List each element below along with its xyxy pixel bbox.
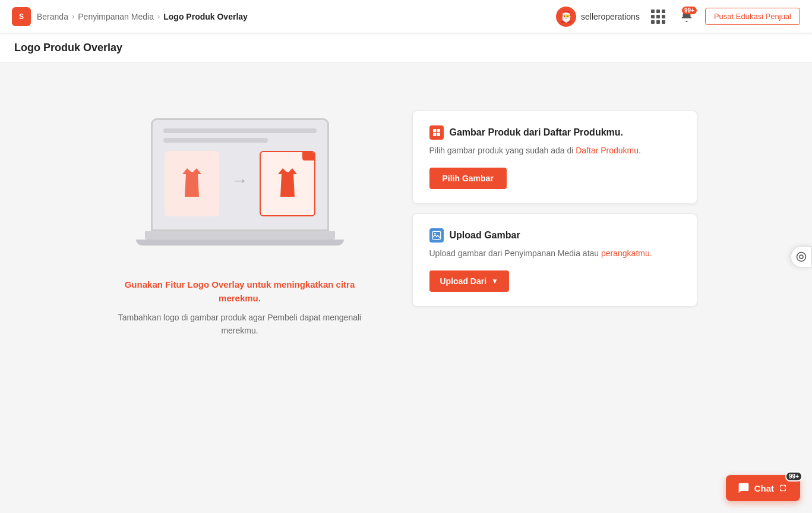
- headset-icon: [796, 251, 807, 262]
- dress-icon-after: [273, 166, 302, 202]
- chat-fab[interactable]: 99+ Chat: [726, 475, 800, 501]
- svg-text:S: S: [19, 12, 24, 21]
- apps-grid-icon: [651, 10, 665, 24]
- upload-dari-button[interactable]: Upload Dari ▼: [429, 270, 509, 292]
- support-button[interactable]: [791, 246, 812, 267]
- card2-desc: Upload gambar dari Penyimpanan Media ata…: [429, 247, 680, 260]
- illustration: →: [127, 99, 353, 265]
- card1-desc: Pilih gambar produk yang sudah ada di Da…: [429, 144, 680, 157]
- main-content: → Gunakan Fitur Logo Overlay untuk menin…: [0, 63, 812, 509]
- card1-icon: [429, 125, 444, 140]
- svg-rect-6: [432, 231, 440, 239]
- laptop-foot: [136, 240, 344, 246]
- svg-rect-5: [437, 133, 440, 136]
- page-title: Logo Produk Overlay: [14, 42, 798, 54]
- header-left: S Beranda › Penyimpanan Media › Logo Pro…: [12, 7, 556, 26]
- header-right: 🎅 selleroperations 99+ Pusat Edukasi Pen…: [556, 7, 800, 27]
- chat-badge: 99+: [785, 471, 802, 481]
- image-icon: [432, 231, 441, 240]
- chat-label: Chat: [754, 483, 774, 493]
- card2-title: Upload Gambar: [450, 230, 520, 241]
- expand-icon: [779, 483, 788, 493]
- promo-sub-text: Tambahkan logo di gambar produk agar Pem…: [115, 311, 365, 338]
- breadcrumb-sep1: ›: [72, 12, 74, 21]
- svg-point-7: [434, 233, 436, 235]
- tag-icon: [432, 128, 441, 137]
- chat-icon: [738, 482, 750, 494]
- avatar-area[interactable]: 🎅 selleroperations: [556, 7, 640, 27]
- chevron-down-icon: ▼: [491, 277, 498, 285]
- svg-point-8: [797, 252, 806, 261]
- card2-header: Upload Gambar: [429, 228, 680, 243]
- upload-dari-label: Upload Dari: [440, 276, 487, 286]
- card2-icon: [429, 228, 444, 243]
- arrow-right-icon: →: [231, 171, 248, 190]
- card2-desc-link[interactable]: perangkatmu.: [601, 248, 652, 258]
- laptop-base: [145, 231, 335, 240]
- screen-line-top: [163, 128, 317, 133]
- apps-grid-button[interactable]: [648, 7, 668, 27]
- svg-rect-3: [437, 129, 440, 132]
- card-upload-image: Upload Gambar Upload gambar dari Penyimp…: [412, 213, 697, 307]
- dress-icon-before: [178, 166, 206, 202]
- username-label: selleroperations: [581, 12, 640, 21]
- right-panel: Gambar Produk dari Daftar Produkmu. Pili…: [412, 111, 697, 307]
- breadcrumb: Beranda › Penyimpanan Media › Logo Produ…: [37, 12, 248, 21]
- page-title-bar: Logo Produk Overlay: [0, 33, 812, 63]
- card1-header: Gambar Produk dari Daftar Produkmu.: [429, 125, 680, 140]
- screen-line-mid: [163, 138, 268, 143]
- notification-badge: 99+: [682, 7, 697, 14]
- card2-desc-prefix: Upload gambar dari Penyimpanan Media ata…: [429, 248, 602, 258]
- laptop-screen: →: [151, 118, 329, 231]
- shopee-logo: S: [12, 7, 31, 26]
- breadcrumb-media[interactable]: Penyimpanan Media: [78, 12, 154, 21]
- card1-desc-link[interactable]: Daftar Produkmu.: [576, 146, 641, 155]
- product-box-before: [165, 151, 220, 216]
- breadcrumb-current: Logo Produk Overlay: [163, 12, 248, 21]
- svg-rect-4: [433, 133, 436, 136]
- header: S Beranda › Penyimpanan Media › Logo Pro…: [0, 0, 812, 33]
- svg-rect-2: [433, 129, 436, 132]
- promo-main-text: Gunakan Fitur Logo Overlay untuk meningk…: [115, 278, 365, 305]
- card-product-image: Gambar Produk dari Daftar Produkmu. Pili…: [412, 111, 697, 204]
- pilih-gambar-button[interactable]: Pilih Gambar: [429, 168, 507, 189]
- product-box-after: [260, 151, 315, 216]
- breadcrumb-sep2: ›: [157, 12, 160, 21]
- laptop-illustration: →: [136, 118, 344, 246]
- overlay-corner: [302, 152, 314, 160]
- edu-center-button[interactable]: Pusat Edukasi Penjual: [705, 8, 800, 25]
- breadcrumb-home[interactable]: Beranda: [37, 12, 68, 21]
- notification-button[interactable]: 99+: [677, 7, 697, 27]
- left-panel: → Gunakan Fitur Logo Overlay untuk menin…: [115, 99, 365, 338]
- card1-desc-prefix: Pilih gambar produk yang sudah ada di: [429, 146, 576, 155]
- card1-title: Gambar Produk dari Daftar Produkmu.: [450, 127, 624, 138]
- svg-point-9: [800, 255, 803, 259]
- avatar: 🎅: [556, 7, 576, 27]
